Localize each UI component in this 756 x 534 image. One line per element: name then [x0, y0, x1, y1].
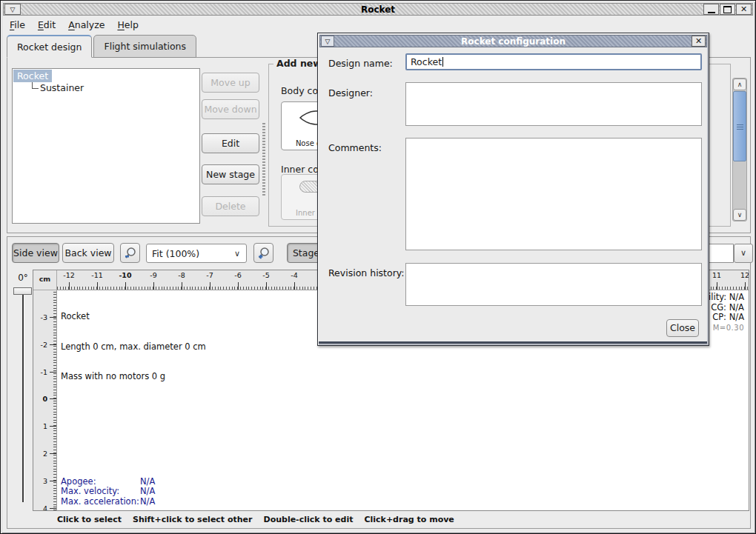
menubar: File Edit Analyze Help — [5, 17, 143, 32]
minimize-button[interactable] — [703, 4, 719, 15]
window-title: Rocket — [4, 4, 752, 15]
dialog-close-icon[interactable]: ✕ — [692, 36, 706, 47]
ruler-major-tick — [294, 282, 295, 290]
tree-item-sustainer[interactable]: Sustainer — [40, 82, 84, 93]
zoom-in-button[interactable] — [253, 243, 273, 263]
ruler-tick-label: -3 — [41, 313, 47, 321]
ruler-major-tick — [266, 282, 267, 290]
ruler-major-tick — [210, 282, 210, 290]
rotation-slider-track[interactable] — [22, 292, 24, 502]
ruler-major-tick — [50, 398, 56, 399]
ruler-major-tick — [153, 282, 154, 290]
ruler-major-tick — [97, 282, 98, 290]
ruler-tick-label: 1 — [43, 422, 47, 430]
ruler-tick-label: 4 — [43, 504, 47, 510]
rotation-slider-handle[interactable] — [13, 287, 32, 295]
zoom-out-button[interactable] — [120, 243, 140, 263]
close-button[interactable]: ✕ — [736, 4, 752, 15]
titlebar: ▽ Rocket ✕ — [3, 3, 753, 16]
ruler-tick-label: -11 — [91, 271, 103, 279]
designer-textarea[interactable] — [405, 82, 702, 126]
tab-rocket-design[interactable]: Rocket design — [7, 35, 92, 58]
ruler-tick-label: 11 — [712, 271, 721, 279]
ruler-tick-label: -8 — [178, 271, 185, 279]
designer-label: Designer: — [328, 87, 373, 99]
ruler-major-tick — [50, 481, 56, 481]
ruler-tick-label: -1 — [41, 367, 47, 376]
hint-shift-click: Shift+click to select other — [133, 515, 253, 524]
new-stage-button[interactable]: New stage — [202, 164, 259, 184]
zoom-level-combobox[interactable]: Fit (100%) ∨ — [146, 244, 247, 263]
design-name-label: Design name: — [328, 58, 393, 69]
ruler-major-tick — [50, 344, 56, 345]
side-view-button[interactable]: Side view — [12, 243, 59, 263]
right-combobox-field[interactable] — [707, 244, 734, 263]
ruler-major-tick — [69, 282, 70, 290]
flight-data-summary: Apogee:N/A Max. velocity:N/A Max. accele… — [61, 477, 155, 507]
back-view-button[interactable]: Back view — [62, 243, 114, 263]
menu-file[interactable]: File — [5, 19, 30, 31]
menu-help[interactable]: Help — [113, 19, 143, 31]
rocket-configuration-dialog: ▽ Rocket configuration ✕ Design name: Ro… — [317, 33, 709, 346]
status-bar: Click to select Shift+click to select ot… — [8, 512, 749, 527]
design-name-input[interactable]: Rocket — [405, 53, 702, 70]
ruler-tick-label: -7 — [206, 271, 213, 279]
tree-connector — [32, 82, 39, 89]
delete-button[interactable]: Delete — [202, 196, 259, 216]
tree-item-rocket[interactable]: Rocket — [13, 70, 52, 82]
move-up-button[interactable]: Move up — [202, 73, 259, 93]
ruler-tick-label: -4 — [291, 271, 297, 279]
ruler-tick-label: -10 — [119, 271, 131, 279]
ruler-tick-label: -2 — [41, 340, 47, 348]
scrollbar-down-icon[interactable]: ∨ — [733, 209, 746, 221]
right-combobox-chevron-icon[interactable]: ∨ — [734, 244, 753, 263]
ruler-major-tick — [182, 282, 182, 290]
scrollbar-thumb[interactable] — [733, 91, 746, 161]
menu-analyze[interactable]: Analyze — [64, 19, 109, 31]
component-tree[interactable]: Rocket Sustainer — [12, 68, 200, 224]
ruler-major-tick — [50, 453, 56, 454]
dialog-titlebar: ▽ Rocket configuration ✕ — [319, 35, 707, 47]
edit-button[interactable]: Edit — [202, 133, 259, 153]
ruler-major-tick — [717, 282, 717, 290]
hint-click-select: Click to select — [57, 515, 122, 524]
ruler-major-tick — [50, 317, 56, 318]
ruler-major-tick — [50, 426, 56, 427]
comments-textarea[interactable] — [405, 138, 702, 250]
menu-edit[interactable]: Edit — [33, 19, 60, 31]
rotation-angle-label: 0° — [13, 273, 33, 283]
zoom-level-value: Fit (100%) — [147, 248, 228, 259]
zoom-in-icon — [257, 247, 271, 260]
ruler-tick-label: -12 — [63, 271, 75, 279]
comments-label: Comments: — [328, 142, 382, 153]
ruler-major-tick — [125, 282, 126, 290]
ruler-tick-label: -9 — [150, 271, 156, 279]
scrollbar-up-icon[interactable]: ∧ — [733, 79, 746, 90]
revision-history-textarea[interactable] — [405, 263, 702, 306]
ruler-unit-label: cm — [33, 270, 57, 290]
revision-history-label: Revision history: — [328, 267, 405, 278]
ruler-tick-label: 2 — [43, 450, 47, 458]
dialog-title: Rocket configuration — [320, 36, 706, 47]
text-caret — [442, 57, 443, 67]
ruler-tick-label: 3 — [43, 476, 47, 484]
rocket-summary: Rocket Length 0 cm, max. diameter 0 cm M… — [61, 292, 206, 402]
ruler-tick-label: -5 — [262, 271, 269, 279]
close-icon: ✕ — [740, 4, 747, 14]
splitter-grip[interactable] — [262, 123, 265, 196]
ruler-major-tick — [50, 372, 56, 373]
dialog-close-button[interactable]: Close — [666, 319, 699, 337]
maximize-button[interactable] — [720, 4, 735, 15]
ruler-major-tick — [745, 282, 746, 290]
tab-bar: Rocket design Flight simulations — [7, 35, 198, 58]
component-panel-scrollbar[interactable]: ∧ ∨ — [732, 78, 747, 221]
hint-double-click: Double-click to edit — [264, 515, 354, 524]
ruler-minor-ticks — [53, 290, 56, 510]
ruler-tick-label: -6 — [234, 271, 241, 279]
minimize-icon — [708, 12, 715, 13]
ruler-major-tick — [50, 508, 56, 509]
scrollbar-grip — [737, 124, 743, 130]
hint-click-drag: Click+drag to move — [364, 515, 454, 524]
move-down-button[interactable]: Move down — [202, 99, 259, 119]
tab-flight-simulations[interactable]: Flight simulations — [93, 35, 196, 58]
